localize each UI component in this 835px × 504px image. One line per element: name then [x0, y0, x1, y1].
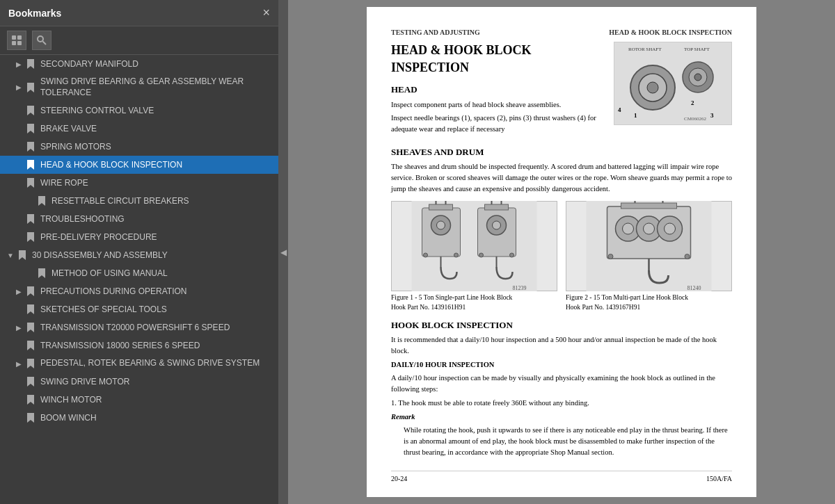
pdf-footer: 20-24 150A/FA [391, 471, 732, 484]
bookmark-item-head-hook-block[interactable]: ▶ HEAD & HOOK BLOCK INSPECTION [0, 156, 278, 174]
figure-2-caption: Figure 2 - 15 Ton Multi-part Line Hook B… [566, 293, 732, 312]
expand-all-button[interactable] [7, 31, 26, 50]
bookmark-item-disassembly[interactable]: ▼ 30 DISASSEMBLY AND ASSEMBLY [0, 246, 278, 264]
sheave-assembly-svg: ROTOR SHAFT TOP SHAFT 4 1 2 3 [614, 42, 731, 124]
remark-label-text: Remark [391, 413, 415, 421]
expand-arrow: ▶ [14, 83, 24, 92]
figure-1-caption-line2: Hook Part No. 1439161H91 [391, 303, 557, 312]
bookmark-icon [25, 412, 36, 423]
bookmark-item-sketches-tools[interactable]: ▶ SKETCHES OF SPECIAL TOOLS [0, 300, 278, 318]
figure-1-caption-line1: Figure 1 - 5 Ton Single-part Line Hook B… [391, 293, 557, 302]
bookmark-icon [25, 213, 36, 225]
remark-text: While rotating the hook, push it upwards… [404, 425, 732, 457]
svg-rect-2 [12, 41, 16, 45]
bookmark-item-winch-motor[interactable]: ▶ WINCH MOTOR [0, 391, 278, 409]
svg-rect-1 [17, 35, 22, 40]
head-block-image: ROTOR SHAFT TOP SHAFT 4 1 2 3 [614, 42, 732, 125]
bookmark-label: STEERING CONTROL VALVE [40, 106, 154, 115]
svg-point-37 [479, 253, 484, 257]
bookmark-label: HEAD & HOOK BLOCK INSPECTION [40, 160, 182, 170]
hook-para2: A daily/10 hour inspection can be made b… [391, 373, 732, 395]
bookmark-item-steering-control-valve[interactable]: ▶ STEERING CONTROL VALVE [0, 101, 278, 120]
bookmark-icon [25, 141, 36, 152]
bookmark-item-pedestal-rotek[interactable]: ▶ PEDESTAL, ROTEK BEARING & SWING DRIVE … [0, 355, 278, 373]
pdf-header-left: TESTING AND ADJUSTING [391, 28, 480, 38]
bookmark-label: SWING DRIVE BEARING & GEAR ASSEMBLY WEAR… [40, 76, 273, 98]
expand-arrow: ▼ [6, 250, 15, 260]
svg-point-53 [685, 254, 690, 259]
figure-2-caption-line1: Figure 2 - 15 Ton Multi-part Line Hook B… [566, 293, 732, 302]
bookmark-label: WIRE ROPE [40, 178, 88, 188]
expand-arrow: ▶ [14, 286, 24, 296]
bookmark-item-method-manual[interactable]: ▶ METHOD OF USING MANUAL [0, 264, 278, 282]
svg-rect-3 [17, 41, 22, 45]
svg-point-11 [647, 82, 658, 93]
svg-rect-25 [429, 204, 453, 210]
svg-text:3: 3 [710, 112, 714, 119]
bookmark-search-button[interactable] [32, 31, 51, 50]
svg-text:81239: 81239 [513, 285, 527, 291]
bookmark-label: SECONDARY MANIFOLD [40, 59, 138, 69]
bookmark-label: METHOD OF USING MANUAL [51, 268, 168, 278]
bookmark-icon [25, 58, 36, 70]
bookmark-icon [25, 177, 36, 188]
bookmark-item-precautions-operation[interactable]: ▶ PRECAUTIONS DURING OPERATION [0, 282, 278, 300]
pdf-footer-right: 150A/FA [706, 474, 732, 484]
bookmark-item-swing-drive-motor[interactable]: ▶ SWING DRIVE MOTOR [0, 373, 278, 391]
svg-point-14 [694, 74, 701, 81]
svg-text:CM060262: CM060262 [684, 116, 706, 122]
svg-point-4 [38, 36, 43, 42]
bookmark-item-troubleshooting[interactable]: ▶ TROUBLESHOOTING [0, 210, 278, 228]
bookmarks-header: Bookmarks × [0, 0, 278, 26]
bookmark-icon [25, 105, 36, 116]
bookmark-icon [17, 250, 28, 261]
svg-point-43 [623, 223, 634, 234]
bookmark-item-transmission-t20000[interactable]: ▶ TRANSMISSION T20000 POWERSHIFT 6 SPEED [0, 318, 278, 336]
bookmark-icon [25, 340, 36, 351]
svg-text:TOP SHAFT: TOP SHAFT [684, 47, 710, 52]
pdf-main-title: HEAD & HOOK BLOCK INSPECTION [391, 42, 607, 76]
bookmark-icon [25, 123, 36, 134]
bookmark-label: SKETCHES OF SPECIAL TOOLS [40, 304, 167, 314]
bookmark-icon [25, 159, 36, 170]
bookmark-label: TRANSMISSION 18000 SERIES 6 SPEED [40, 341, 200, 350]
bookmark-label: WINCH MOTOR [40, 395, 102, 405]
search-icon [36, 35, 47, 46]
bookmark-label: BRAKE VALVE [40, 124, 97, 133]
bookmark-item-boom-winch[interactable]: ▶ BOOM WINCH [0, 409, 278, 427]
collapse-panel-button[interactable]: ◀ [278, 0, 288, 504]
bookmark-item-swing-drive-bearing[interactable]: ▶ SWING DRIVE BEARING & GEAR ASSEMBLY WE… [0, 73, 278, 101]
figure-1: 81239 Figure 1 - 5 Ton Single-part Line … [391, 201, 557, 312]
bookmark-item-spring-motors[interactable]: ▶ SPRING MOTORS [0, 138, 278, 156]
sheaves-section-title: SHEAVES AND DRUM [391, 146, 732, 158]
bookmark-label: 30 DISASSEMBLY AND ASSEMBLY [32, 250, 168, 260]
bookmark-icon [25, 304, 36, 315]
bookmark-item-brake-valve[interactable]: ▶ BRAKE VALVE [0, 120, 278, 138]
bookmark-icon [25, 82, 36, 93]
bookmark-item-pre-delivery[interactable]: ▶ PRE-DELIVERY PROCEDURE [0, 228, 278, 246]
bookmark-icon [25, 358, 36, 369]
svg-text:81240: 81240 [687, 285, 701, 291]
svg-point-29 [454, 253, 459, 257]
bookmarks-panel: Bookmarks × ▶ SECONDARY MANIFOLD [0, 0, 278, 504]
expand-arrow: ▶ [14, 323, 24, 332]
bookmark-label: PRECAUTIONS DURING OPERATION [40, 286, 186, 296]
bookmark-item-resettable-circuit[interactable]: ▶ RESETTABLE CIRCUIT BREAKERS [0, 192, 278, 210]
bookmark-item-wire-rope[interactable]: ▶ WIRE ROPE [0, 174, 278, 192]
sheaves-para: The sheaves and drum should be inspected… [391, 161, 732, 194]
svg-rect-0 [12, 35, 16, 40]
bookmark-label: BOOM WINCH [40, 413, 97, 423]
bookmark-item-secondary-manifold[interactable]: ▶ SECONDARY MANIFOLD [0, 55, 278, 73]
pdf-panel[interactable]: TESTING AND ADJUSTING HEAD & HOOK BLOCK … [288, 0, 835, 504]
bookmark-item-transmission-18000[interactable]: ▶ TRANSMISSION 18000 SERIES 6 SPEED [0, 336, 278, 355]
bookmark-icon [25, 231, 36, 243]
close-bookmarks-button[interactable]: × [262, 6, 270, 20]
bookmark-label: SWING DRIVE MOTOR [40, 377, 129, 387]
pdf-header: TESTING AND ADJUSTING HEAD & HOOK BLOCK … [391, 28, 732, 38]
hook-section-title: HOOK BLOCK INSPECTION [391, 319, 732, 332]
expand-arrow: ▶ [14, 59, 24, 69]
svg-rect-34 [485, 204, 509, 210]
pdf-footer-left: 20-24 [391, 474, 407, 484]
daily-title: DAILY/10 HOUR INSPECTION [391, 359, 732, 371]
expand-arrow: ▶ [14, 359, 24, 368]
